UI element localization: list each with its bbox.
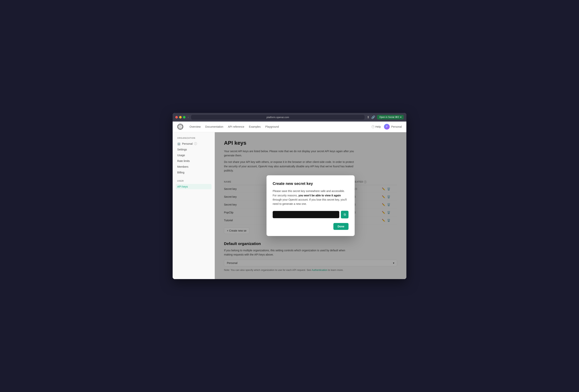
address-text: platform.openai.com [267,116,289,119]
secret-key-input[interactable] [273,211,339,218]
user-section-label: USER [176,180,212,182]
header-actions: ? Help P Personal [371,124,402,130]
organization-section-label: ORGANIZATION [176,137,212,139]
openai-logo [177,124,183,130]
nav-documentation[interactable]: Documentation [205,124,223,129]
sidebar-item-api-keys[interactable]: API keys [176,184,212,189]
nav-playground[interactable]: Playground [265,124,279,129]
sidebar-personal-label: Personal [182,142,193,145]
modal-body: Please save this secret key somewhere sa… [273,189,349,206]
modal-body-bold: you won't be able to view it again [298,194,341,197]
sidebar-api-keys-label: API keys [177,185,188,188]
browser-actions: ⬆ 🔗 Open in Social ⌘O ▾ [367,115,404,119]
help-button[interactable]: ? Help [371,125,381,128]
traffic-lights [175,116,185,118]
user-label: Personal [391,125,402,128]
help-label: Help [375,125,381,128]
nav-overview[interactable]: Overview [190,124,201,129]
share-icon[interactable]: ⬆ [367,115,369,119]
help-icon: ? [371,125,374,128]
modal-overlay: Create new secret key Please save this s… [215,132,406,279]
user-menu[interactable]: P Personal [384,124,402,130]
sidebar-item-rate-limits[interactable]: Rate limits [176,158,212,164]
nav-examples[interactable]: Examples [249,124,261,129]
copy-button[interactable]: ⧉ [341,211,349,218]
sidebar-organization-section: ORGANIZATION 🏢 Personal i Settings Usage… [176,137,212,175]
sidebar-item-personal[interactable]: 🏢 Personal i [176,141,212,146]
sidebar-usage-label: Usage [177,154,185,157]
minimize-button[interactable] [179,116,182,118]
sidebar-item-billing[interactable]: Billing [176,170,212,175]
close-button[interactable] [175,116,178,118]
nav-api-reference[interactable]: API reference [228,124,244,129]
back-icon[interactable]: ‹ [188,116,189,119]
copy-icon: ⧉ [344,213,346,216]
building-icon: 🏢 [177,142,180,145]
create-secret-key-modal: Create new secret key Please save this s… [267,175,355,236]
modal-body-2: through your OpenAI account. If you lose… [273,198,347,205]
sidebar-item-usage[interactable]: Usage [176,153,212,158]
browser-window: ‹ platform.openai.com ⬆ 🔗 Open in Social… [173,113,406,279]
content-area: API keys Your secret API keys are listed… [215,132,406,279]
chevron-down-icon: ▾ [400,116,401,118]
app-nav: Overview Documentation API reference Exa… [190,124,365,129]
open-in-social-label: Open in Social ⌘O [379,116,399,118]
sidebar: ORGANIZATION 🏢 Personal i Settings Usage… [173,132,215,279]
avatar: P [384,124,390,130]
info-icon[interactable]: i [194,142,197,145]
app-header: Overview Documentation API reference Exa… [173,121,406,132]
link-icon[interactable]: 🔗 [371,115,375,119]
done-label: Done [338,225,344,228]
browser-chrome: ‹ platform.openai.com ⬆ 🔗 Open in Social… [173,113,406,121]
modal-title: Create new secret key [273,181,349,186]
sidebar-item-settings[interactable]: Settings [176,147,212,152]
address-bar[interactable]: platform.openai.com [191,115,365,120]
nav-arrows: ‹ [188,116,189,119]
done-button[interactable]: Done [333,223,349,230]
modal-footer: Done [273,223,349,230]
sidebar-settings-label: Settings [177,148,187,151]
open-in-social-button[interactable]: Open in Social ⌘O ▾ [377,115,404,119]
sidebar-rate-limits-label: Rate limits [177,160,190,163]
key-row: ⧉ [273,211,349,218]
sidebar-billing-label: Billing [177,171,184,174]
sidebar-members-label: Members [177,165,188,168]
maximize-button[interactable] [183,116,185,118]
sidebar-item-members[interactable]: Members [176,164,212,169]
main-layout: ORGANIZATION 🏢 Personal i Settings Usage… [173,132,406,279]
sidebar-user-section: USER API keys [176,180,212,189]
